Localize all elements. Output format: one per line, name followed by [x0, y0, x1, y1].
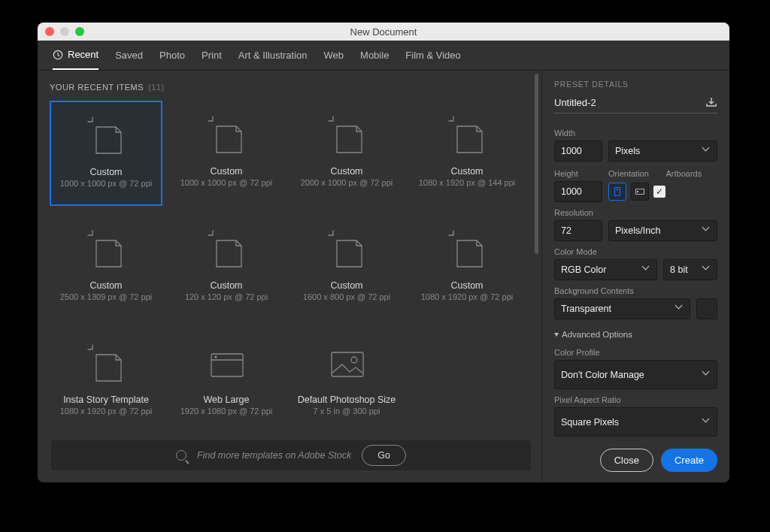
tab-art-illustration[interactable]: Art & Illustration [238, 50, 308, 61]
section-title: YOUR RECENT ITEMS [50, 83, 144, 92]
tab-web[interactable]: Web [324, 50, 344, 61]
preset-name: Custom [450, 166, 483, 177]
doc-icon [82, 340, 130, 387]
preset-name-input[interactable] [554, 97, 699, 108]
tab-photo[interactable]: Photo [159, 50, 185, 61]
preset-dimensions: 1000 x 1000 px @ 72 ppi [60, 179, 152, 188]
orientation-portrait[interactable] [608, 183, 626, 201]
tab-recent[interactable]: Recent [53, 41, 99, 70]
tab-print[interactable]: Print [202, 50, 222, 61]
resolution-label: Resolution [554, 208, 717, 217]
chevron-down-icon [703, 371, 711, 379]
height-input[interactable] [554, 181, 602, 202]
preset-details-heading: PRESET DETAILS [554, 80, 717, 89]
scrollbar[interactable] [535, 74, 538, 254]
go-button[interactable]: Go [362, 445, 406, 466]
stock-search-placeholder[interactable]: Find more templates on Adobe Stock [197, 450, 351, 461]
web-icon [202, 340, 250, 387]
new-document-dialog: New Document Recent Saved Photo Print Ar… [38, 23, 729, 482]
preset-item[interactable]: Custom1080 x 1920 px @ 144 ppi [411, 101, 523, 206]
orientation-label: Orientation [608, 169, 660, 178]
window-title: New Document [38, 26, 729, 38]
background-contents-select[interactable]: Transparent [554, 298, 690, 319]
preset-name: Custom [89, 280, 122, 291]
advanced-options-toggle[interactable]: Advanced Options [554, 330, 717, 339]
preset-name: Custom [89, 167, 122, 177]
preset-dimensions: 1920 x 1080 px @ 72 ppi [180, 407, 272, 416]
artboards-checkbox[interactable]: ✓ [653, 186, 665, 198]
preset-details-panel: PRESET DETAILS Width Pixels Height Orien… [541, 71, 729, 482]
tab-mobile[interactable]: Mobile [360, 50, 389, 61]
width-unit-select[interactable]: Pixels [608, 141, 717, 162]
preset-item[interactable]: Insta Story Template1080 x 1920 px @ 72 … [50, 329, 162, 434]
preset-name: Custom [210, 166, 242, 177]
height-label: Height [554, 169, 602, 178]
pixel-aspect-ratio-select[interactable]: Square Pixels [554, 407, 717, 437]
preset-dimensions: 2500 x 1309 px @ 72 ppi [60, 292, 152, 301]
doc-icon [323, 112, 371, 159]
color-profile-label: Color Profile [554, 348, 717, 357]
preset-item[interactable]: Custom1000 x 1000 px @ 72 ppi [50, 101, 162, 206]
preset-item[interactable]: Default Photoshop Size7 x 5 in @ 300 ppi [290, 329, 403, 434]
preset-item[interactable]: Custom1080 x 1920 px @ 72 ppi [411, 215, 523, 320]
width-input[interactable] [554, 141, 602, 162]
save-preset-icon[interactable] [705, 96, 717, 108]
svg-point-9 [637, 191, 638, 192]
doc-icon [82, 226, 130, 273]
preset-item[interactable]: Custom2500 x 1309 px @ 72 ppi [50, 215, 162, 320]
preset-dimensions: 2000 x 1000 px @ 72 ppi [301, 178, 393, 187]
chevron-down-icon [703, 227, 711, 234]
artboards-label: Artboards [666, 169, 718, 178]
pixel-aspect-ratio-label: Pixel Aspect Ratio [554, 395, 717, 404]
chevron-down-icon [703, 419, 711, 426]
doc-icon [443, 112, 491, 159]
preset-item[interactable]: Custom1000 x 1000 px @ 72 ppi [170, 101, 283, 206]
svg-rect-4 [332, 352, 363, 376]
doc-icon [202, 112, 250, 159]
preset-item[interactable]: Web Large1920 x 1080 px @ 72 ppi [170, 329, 283, 434]
preset-name: Custom [210, 280, 242, 291]
preset-name: Custom [330, 166, 362, 177]
create-button[interactable]: Create [661, 449, 717, 472]
stock-search-bar: Find more templates on Adobe Stock Go [51, 440, 531, 470]
tab-saved[interactable]: Saved [115, 50, 143, 61]
preset-dimensions: 1080 x 1920 px @ 72 ppi [421, 292, 513, 301]
preset-dimensions: 1000 x 1000 px @ 72 ppi [180, 178, 272, 187]
preset-dimensions: 1600 x 800 px @ 72 ppi [303, 292, 390, 301]
preset-name: Web Large [204, 394, 250, 405]
chevron-down-icon [703, 147, 711, 155]
preset-dimensions: 7 x 5 in @ 300 ppi [314, 407, 380, 416]
category-tabs: Recent Saved Photo Print Art & Illustrat… [38, 41, 729, 71]
image-icon [323, 340, 371, 387]
preset-dimensions: 1080 x 1920 px @ 144 ppi [419, 178, 516, 187]
width-label: Width [554, 128, 717, 138]
color-mode-label: Color Mode [554, 247, 717, 256]
preset-item[interactable]: Custom1600 x 800 px @ 72 ppi [290, 215, 403, 320]
doc-icon [443, 226, 491, 273]
preset-item[interactable]: Custom2000 x 1000 px @ 72 ppi [290, 101, 403, 206]
search-icon [176, 450, 186, 461]
chevron-down-icon [643, 266, 650, 274]
resolution-input[interactable] [554, 220, 602, 241]
color-profile-select[interactable]: Don't Color Manage [554, 360, 717, 389]
color-depth-select[interactable]: 8 bit [663, 259, 717, 280]
resolution-unit-select[interactable]: Pixels/Inch [608, 220, 717, 241]
doc-icon [323, 226, 371, 273]
orientation-landscape[interactable] [631, 183, 649, 201]
doc-icon [202, 226, 250, 273]
tab-film-video[interactable]: Film & Video [405, 50, 460, 61]
close-button[interactable]: Close [600, 449, 653, 472]
doc-icon [82, 113, 130, 159]
preset-main: YOUR RECENT ITEMS (11) Custom1000 x 1000… [38, 71, 541, 482]
section-count: (11) [148, 83, 165, 92]
color-mode-select[interactable]: RGB Color [554, 259, 657, 280]
chevron-down-icon [676, 305, 684, 313]
preset-name: Custom [450, 280, 483, 291]
chevron-down-icon [554, 333, 559, 337]
background-color-swatch[interactable] [696, 298, 717, 319]
clock-icon [53, 50, 63, 60]
svg-point-3 [215, 356, 217, 358]
preset-item[interactable]: Custom120 x 120 px @ 72 ppi [170, 215, 283, 320]
preset-name: Insta Story Template [63, 394, 149, 405]
titlebar: New Document [38, 23, 729, 41]
